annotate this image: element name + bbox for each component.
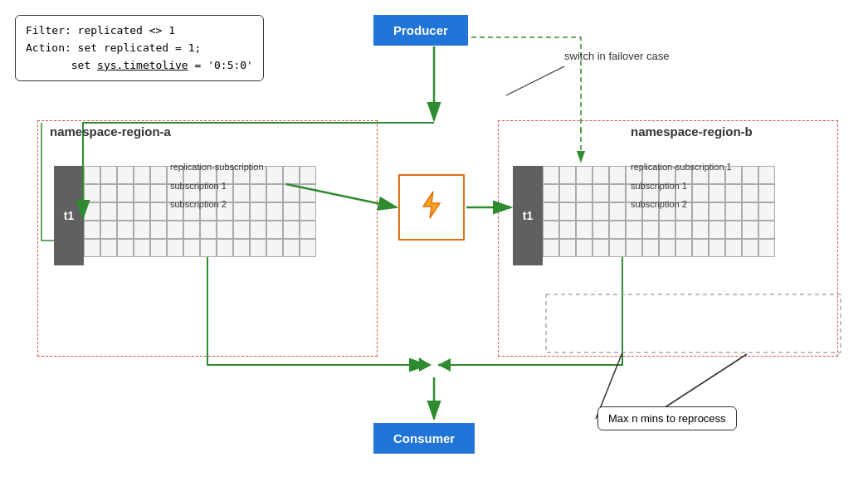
svg-marker-11 xyxy=(419,358,432,372)
sub1-b-label: subscription 1 xyxy=(631,181,687,191)
filter-line3: set sys.timetolive = '0:5:0' xyxy=(26,57,253,75)
filter-line1: Filter: replicated <> 1 xyxy=(26,22,253,40)
namespace-b-label: namespace-region-b xyxy=(631,124,753,139)
switch-label: switch in failover case xyxy=(564,50,669,62)
producer-label: Producer xyxy=(393,23,448,37)
queue-row-5-a xyxy=(84,239,316,257)
filter-box: Filter: replicated <> 1 Action: set repl… xyxy=(15,15,264,81)
svg-marker-12 xyxy=(438,358,451,372)
sub-replication-a-label: replication-subscription xyxy=(170,162,264,172)
switch-label-text: switch in failover case xyxy=(564,50,669,62)
producer-block: Producer xyxy=(373,15,468,46)
consumer-label: Consumer xyxy=(393,431,455,445)
max-mins-text: Max n mins to reprocess xyxy=(608,412,726,425)
sub2-a-label: subscription 2 xyxy=(170,199,227,209)
diagram-container: Filter: replicated <> 1 Action: set repl… xyxy=(0,0,868,491)
svg-line-9 xyxy=(419,358,427,365)
topic-a-label: t1 xyxy=(54,166,84,265)
max-mins-label: Max n mins to reprocess xyxy=(597,406,737,430)
cell xyxy=(84,166,100,184)
sub1-a-label: subscription 1 xyxy=(170,181,227,191)
queue-row-extra-b xyxy=(543,221,775,239)
topic-b-label: t1 xyxy=(513,166,543,265)
namespace-a-label: namespace-region-a xyxy=(50,124,171,139)
relay-icon xyxy=(417,190,446,226)
sub2-b-label: subscription 2 xyxy=(631,199,687,209)
relay-block xyxy=(398,174,465,241)
queue-row-extra-a xyxy=(84,221,316,239)
queue-row-5-b xyxy=(543,239,775,257)
consumer-block: Consumer xyxy=(373,423,475,454)
svg-marker-0 xyxy=(423,192,440,218)
sub-replication-b-label: replication-subscription 1 xyxy=(631,162,732,172)
svg-line-17 xyxy=(506,66,564,95)
filter-line2: Action: set replicated = 1; xyxy=(26,40,253,57)
